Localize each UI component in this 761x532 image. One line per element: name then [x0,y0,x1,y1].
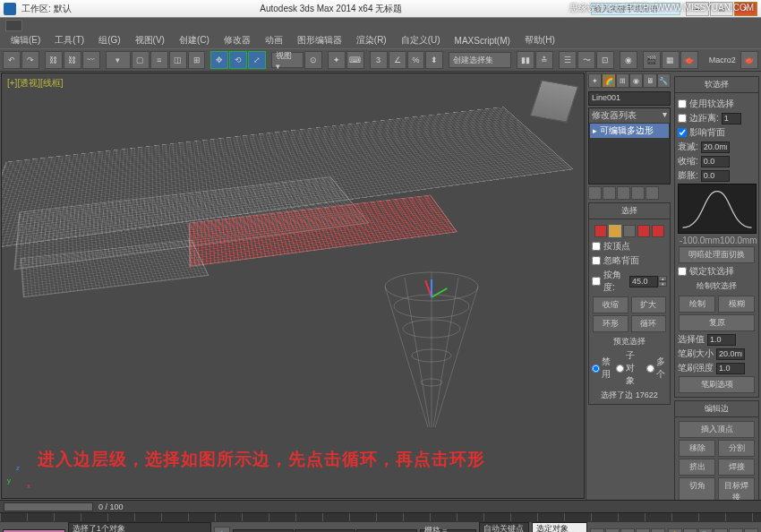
zoom-extents-button[interactable]: ⊡ [714,528,728,533]
x-coord[interactable]: X: 878.621mm [233,529,294,533]
ignore-backfacing-checkbox[interactable] [592,256,601,265]
shaded-face-toggle-button[interactable]: 明暗处理面切换 [679,246,755,263]
border-level[interactable] [623,225,636,237]
falloff-spinner[interactable] [701,142,730,153]
select-by-name-button[interactable]: ≡ [150,51,168,69]
bubble-spinner[interactable] [701,170,730,182]
revert-button[interactable]: 复原 [679,314,755,331]
transform-gizmo[interactable] [414,279,449,315]
bind-spacewarp-button[interactable]: 〰 [82,51,100,69]
polygon-level[interactable] [637,225,650,237]
pin-stack-button[interactable] [588,186,602,200]
use-softselection-checkbox[interactable] [678,99,687,108]
time-slider[interactable]: 0 / 100 [0,500,761,512]
display-tab[interactable]: 🖥 [643,73,656,88]
create-tab[interactable]: ✦ [588,73,602,88]
maxscript-listener[interactable]: $.EditablePoly [3,529,65,533]
menu-help[interactable]: 帮助(H) [517,32,562,48]
workspace-selector[interactable]: 工作区: 默认 [21,3,72,15]
trackbar[interactable] [0,512,761,521]
object-name-field[interactable]: Line001 [588,91,671,106]
maximize-viewport-button[interactable]: ⛶ [744,528,758,533]
brushstrength-spinner[interactable] [716,363,745,374]
undo-button[interactable]: ↶ [3,51,21,69]
shrink-button[interactable]: 收缩 [593,296,628,313]
pinch-spinner[interactable] [701,156,730,167]
motion-tab[interactable]: ◉ [629,73,643,88]
remove-modifier-button[interactable] [631,186,645,200]
brush-options-button[interactable]: 笔刷选项 [679,376,755,393]
edit-edges-header[interactable]: 编辑边 [675,401,758,417]
remove-button[interactable]: 移除 [679,440,715,457]
edge-distance-checkbox[interactable] [678,114,687,123]
goto-end-button[interactable]: ⏭ [651,528,665,533]
render-setup-button[interactable]: 🎬 [643,51,661,69]
time-slider-thumb[interactable] [4,502,93,511]
utilities-tab[interactable]: 🔧 [657,73,671,88]
app-icon[interactable] [4,3,16,15]
selvalue-spinner[interactable] [707,334,736,346]
target-weld-button[interactable]: 目标焊接 [718,477,755,500]
modifier-editable-poly[interactable]: ▸ 可编辑多边形 [590,124,669,138]
window-crossing-button[interactable]: ⊞ [188,51,206,69]
keyboard-shortcut-button[interactable]: ⌨ [346,51,364,69]
chamfer-button[interactable]: 切角 [679,477,715,500]
menu-modifiers[interactable]: 修改器 [217,32,258,48]
teapot-icon[interactable]: 🫖 [740,51,758,69]
fov-button[interactable]: ⊿ [729,528,743,533]
menu-edit[interactable]: 编辑(E) [4,32,47,48]
ring-button[interactable]: 环形 [593,315,628,332]
redo-button[interactable]: ↷ [21,51,39,69]
refcoord-dropdown[interactable]: 视图 ▾ [271,52,303,68]
preview-disable-radio[interactable] [592,365,600,373]
menu-grapheditors[interactable]: 图形编辑器 [290,32,349,48]
next-frame-button[interactable]: ▶ [636,528,650,533]
dropdown-icon[interactable]: ▾ [663,109,667,122]
angle-spinner[interactable] [629,276,658,287]
use-center-button[interactable]: ⊙ [304,51,322,69]
hierarchy-tab[interactable]: ⊞ [616,73,629,88]
layer-manager-button[interactable]: ☰ [559,51,577,69]
menu-views[interactable]: 视图(V) [128,32,172,48]
preview-multi-radio[interactable] [646,365,654,373]
menu-group[interactable]: 组(G) [91,32,127,48]
softselection-header[interactable]: 软选择 [675,77,758,93]
loop-button[interactable]: 循环 [631,315,667,332]
select-move-button[interactable]: ✥ [210,51,228,69]
affect-backfacing-checkbox[interactable] [678,128,687,137]
schematic-view-button[interactable]: ⊡ [596,51,614,69]
select-object-button[interactable]: ▢ [132,51,150,69]
split-button[interactable]: 分割 [718,440,755,457]
menu-tools[interactable]: 工具(T) [47,32,91,48]
selection-rollout-header[interactable]: 选择 [589,203,670,219]
select-region-button[interactable]: ◫ [169,51,187,69]
edge-level[interactable] [609,225,621,237]
weld-button[interactable]: 焊接 [718,459,755,476]
spinner-snap-button[interactable]: ⬍ [425,51,443,69]
by-angle-checkbox[interactable] [592,277,601,286]
vertex-level[interactable] [594,225,607,237]
modify-tab[interactable]: 🌈 [602,73,615,88]
prev-frame-button[interactable]: ◀ [605,528,620,533]
menu-animation[interactable]: 动画 [258,32,290,48]
lock-selection-button[interactable]: 🔒 [214,527,230,533]
autokey-button[interactable]: 自动关键点 [479,522,529,532]
perspective-viewport[interactable]: [+][透视][线框] 进入边层级，选择如图 [1,73,585,499]
select-rotate-button[interactable]: ⟲ [229,51,247,69]
brushsize-spinner[interactable] [716,348,745,360]
spinner-down-icon[interactable]: ▾ [658,281,667,287]
y-coord[interactable]: Y: -690.0mm [295,529,355,533]
unlink-button[interactable]: ⛓ [64,51,81,69]
menu-create[interactable]: 创建(C) [172,32,217,48]
manipulate-button[interactable]: ✦ [328,51,346,69]
named-selection-dropdown[interactable]: 创建选择集 [449,52,511,68]
by-vertex-checkbox[interactable] [592,242,601,251]
paint-button[interactable]: 绘制 [679,296,715,313]
mirror-button[interactable]: ▮▮ [517,51,534,69]
configure-sets-button[interactable] [646,186,659,200]
element-level[interactable] [652,225,664,237]
modifier-stack[interactable]: 修改器列表▾ ▸ 可编辑多边形 [588,107,671,184]
show-end-result-button[interactable] [603,186,616,200]
play-button[interactable]: ▶ [620,528,635,533]
snap-toggle-button[interactable]: 3 [370,51,388,69]
